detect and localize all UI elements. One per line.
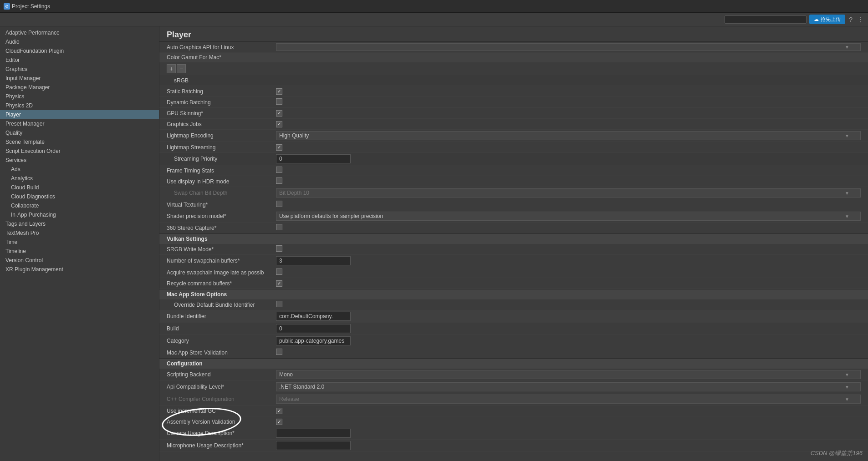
microphone-usage-field[interactable] bbox=[276, 441, 861, 450]
sidebar-item-adaptive-performance[interactable]: Adaptive Performance bbox=[0, 28, 159, 37]
sidebar-item-script-execution-order[interactable]: Script Execution Order bbox=[0, 147, 159, 156]
row-microphone-usage: Microphone Usage Description* bbox=[159, 440, 868, 452]
sidebar-item-physics[interactable]: Physics bbox=[0, 92, 159, 101]
row-category: Category bbox=[159, 335, 868, 347]
sidebar-item-timeline[interactable]: Timeline bbox=[0, 247, 159, 256]
streaming-priority-field[interactable] bbox=[276, 154, 861, 163]
num-swapchain-input[interactable] bbox=[276, 256, 351, 265]
virtual-texturing-checkbox[interactable] bbox=[276, 201, 282, 207]
main-layout: Adaptive Performance Audio CloudFoundati… bbox=[0, 26, 868, 461]
configuration-header: Configuration bbox=[159, 358, 868, 369]
api-compatibility-label: Api Compatibility Level* bbox=[167, 384, 276, 390]
dynamic-batching-checkbox[interactable] bbox=[276, 98, 282, 105]
add-button[interactable]: + bbox=[167, 64, 176, 73]
sidebar-item-graphics[interactable]: Graphics bbox=[0, 65, 159, 74]
lightmap-encoding-dropdown[interactable]: High Quality ▼ bbox=[276, 131, 861, 140]
row-lightmap-streaming: Lightmap Streaming bbox=[159, 142, 868, 153]
frame-timing-label: Frame Timing Stats bbox=[167, 167, 276, 174]
category-input[interactable] bbox=[276, 336, 351, 345]
row-incremental-gc: Use incremental GC bbox=[159, 405, 868, 416]
row-swap-chain-bit-depth: Swap Chain Bit Depth Bit Depth 10 ▼ bbox=[159, 187, 868, 199]
shader-precision-dropdown[interactable]: Use platform defaults for sampler precis… bbox=[276, 212, 861, 221]
assembly-version-value bbox=[276, 418, 861, 425]
srgb-write-checkbox[interactable] bbox=[276, 245, 282, 252]
sidebar-item-physics-2d[interactable]: Physics 2D bbox=[0, 101, 159, 110]
streaming-priority-input[interactable] bbox=[276, 154, 351, 163]
sidebar-item-editor[interactable]: Editor bbox=[0, 56, 159, 65]
row-build: Build bbox=[159, 323, 868, 335]
assembly-version-checkbox[interactable] bbox=[276, 419, 282, 425]
sidebar-item-package-manager[interactable]: Package Manager bbox=[0, 83, 159, 92]
help-button[interactable]: ? bbox=[848, 15, 853, 24]
build-field[interactable] bbox=[276, 324, 861, 333]
lightmap-streaming-checkbox[interactable] bbox=[276, 144, 282, 151]
camera-usage-input[interactable] bbox=[276, 429, 351, 438]
sidebar-item-in-app-purchasing[interactable]: In-App Purchasing bbox=[0, 210, 159, 219]
sidebar-item-time[interactable]: Time bbox=[0, 238, 159, 247]
num-swapchain-label: Number of swapchain buffers* bbox=[167, 258, 276, 264]
swap-chain-dropdown[interactable]: Bit Depth 10 ▼ bbox=[276, 188, 861, 198]
cpp-arrow-icon: ▼ bbox=[845, 397, 849, 402]
remove-button[interactable]: − bbox=[177, 64, 186, 73]
sidebar-item-collaborate[interactable]: Collaborate bbox=[0, 201, 159, 210]
mac-validation-checkbox[interactable] bbox=[276, 349, 282, 355]
row-acquire-swapchain: Acquire swapchain image late as possib bbox=[159, 267, 868, 278]
sidebar-item-tags-layers[interactable]: Tags and Layers bbox=[0, 219, 159, 228]
num-swapchain-field[interactable] bbox=[276, 256, 861, 265]
microphone-usage-input[interactable] bbox=[276, 441, 351, 450]
sidebar-item-cloudfoundation[interactable]: CloudFoundation Plugin bbox=[0, 46, 159, 56]
stereo-capture-label: 360 Stereo Capture* bbox=[167, 225, 276, 231]
bundle-identifier-input[interactable] bbox=[276, 312, 351, 321]
sidebar-item-textmesh-pro[interactable]: TextMesh Pro bbox=[0, 228, 159, 238]
sidebar-item-preset-manager[interactable]: Preset Manager bbox=[0, 119, 159, 128]
api-compatibility-dropdown[interactable]: .NET Standard 2.0 ▼ bbox=[276, 382, 861, 391]
recycle-command-checkbox[interactable] bbox=[276, 280, 282, 287]
build-label: Build bbox=[167, 325, 276, 332]
override-bundle-checkbox[interactable] bbox=[276, 301, 282, 307]
row-override-bundle: Override Default Bundle Identifier bbox=[159, 299, 868, 310]
gpu-skinning-checkbox[interactable] bbox=[276, 110, 282, 117]
row-stereo-capture: 360 Stereo Capture* bbox=[159, 223, 868, 233]
static-batching-checkbox[interactable] bbox=[276, 88, 282, 95]
sidebar-item-analytics[interactable]: Analytics bbox=[0, 174, 159, 183]
bundle-identifier-field[interactable] bbox=[276, 312, 861, 321]
sidebar-item-cloud-build[interactable]: Cloud Build bbox=[0, 183, 159, 192]
row-camera-usage: Camera Usage Description* bbox=[159, 427, 868, 440]
sidebar-item-scene-template[interactable]: Scene Template bbox=[0, 137, 159, 147]
sidebar-item-audio[interactable]: Audio bbox=[0, 37, 159, 46]
lightmap-encoding-label: Lightmap Encoding bbox=[167, 132, 276, 139]
build-input[interactable] bbox=[276, 324, 351, 333]
camera-usage-field[interactable] bbox=[276, 429, 861, 438]
cpp-compiler-dropdown[interactable]: Release ▼ bbox=[276, 395, 861, 404]
sidebar-item-input-manager[interactable]: Input Manager bbox=[0, 74, 159, 83]
scripting-backend-dropdown[interactable]: Mono ▼ bbox=[276, 370, 861, 379]
sidebar-item-services[interactable]: Services bbox=[0, 156, 159, 165]
incremental-gc-checkbox[interactable] bbox=[276, 408, 282, 414]
settings-button[interactable]: ⋮ bbox=[856, 15, 864, 24]
sidebar-item-cloud-diagnostics[interactable]: Cloud Diagnostics bbox=[0, 192, 159, 201]
row-frame-timing: Frame Timing Stats bbox=[159, 165, 868, 176]
microphone-usage-label: Microphone Usage Description* bbox=[167, 442, 276, 449]
sidebar-item-quality[interactable]: Quality bbox=[0, 128, 159, 137]
search-input[interactable] bbox=[725, 15, 807, 24]
row-lightmap-encoding: Lightmap Encoding High Quality ▼ bbox=[159, 130, 868, 142]
hdr-mode-checkbox[interactable] bbox=[276, 177, 282, 184]
sidebar-item-ads[interactable]: Ads bbox=[0, 165, 159, 174]
category-field[interactable] bbox=[276, 336, 861, 345]
acquire-swapchain-label: Acquire swapchain image late as possib bbox=[167, 269, 276, 276]
incremental-gc-label: Use incremental GC bbox=[167, 408, 276, 414]
auto-graphics-dropdown[interactable]: ▼ bbox=[276, 43, 861, 51]
watermark: CSDN @绿笙第196 bbox=[811, 449, 863, 457]
override-bundle-value bbox=[276, 301, 861, 309]
frame-timing-checkbox[interactable] bbox=[276, 167, 282, 173]
sidebar-item-player[interactable]: Player bbox=[0, 110, 159, 119]
graphics-jobs-checkbox[interactable] bbox=[276, 121, 282, 127]
acquire-swapchain-checkbox[interactable] bbox=[276, 268, 282, 275]
recycle-command-label: Recycle command buffers* bbox=[167, 280, 276, 287]
sidebar-item-version-control[interactable]: Version Control bbox=[0, 256, 159, 265]
sidebar-item-xr-plugin[interactable]: XR Plugin Management bbox=[0, 265, 159, 274]
upload-button[interactable]: ☁ 抢先上传 bbox=[809, 15, 845, 24]
shader-precision-label: Shader precision model* bbox=[167, 213, 276, 219]
row-srgb: sRGB bbox=[159, 75, 868, 86]
stereo-capture-checkbox[interactable] bbox=[276, 224, 282, 230]
